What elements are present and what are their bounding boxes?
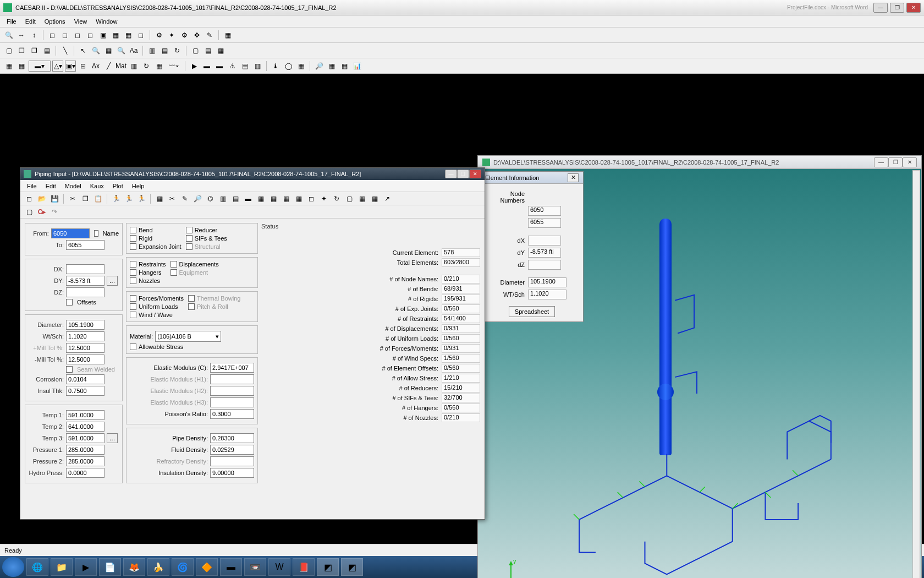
t8-icon[interactable]: ▦ xyxy=(268,193,279,204)
input-menu-model[interactable]: Model xyxy=(61,182,86,190)
anchor-select[interactable]: △▾ xyxy=(52,61,63,72)
gear-icon[interactable]: ⚙ xyxy=(153,30,164,41)
taskbar-pdf-icon[interactable]: 📕 xyxy=(293,558,315,576)
diag2-icon[interactable]: ╱ xyxy=(103,61,114,72)
new-file-icon[interactable]: ◻ xyxy=(24,193,35,204)
input-menu-kaux[interactable]: Kaux xyxy=(86,182,108,190)
cube-icon[interactable]: ▢ xyxy=(190,45,201,56)
nav-icon[interactable]: ▦ xyxy=(215,45,226,56)
pipeDensity-input[interactable] xyxy=(210,433,254,443)
minimize-button[interactable]: — xyxy=(873,3,888,13)
line-width-select[interactable]: ▬▾ xyxy=(29,61,51,72)
input-titlebar[interactable]: Piping Input - [D:\VALDEL\STRESSANALYSIS… xyxy=(20,168,485,180)
grid2-icon[interactable]: ▦ xyxy=(3,61,14,72)
run3-icon[interactable]: 🏃 xyxy=(136,193,147,204)
copy3-icon[interactable]: ❐ xyxy=(80,193,91,204)
warn-icon[interactable]: ⚠ xyxy=(227,61,238,72)
taskbar-media-icon[interactable]: ▶ xyxy=(75,558,97,576)
chart-icon[interactable]: 📊 xyxy=(351,61,362,72)
chk-pitchRoll[interactable] xyxy=(188,303,195,310)
diameter-input[interactable] xyxy=(66,320,105,330)
t17-icon[interactable]: ↗ xyxy=(382,193,393,204)
taskbar-ie-icon[interactable]: 🌐 xyxy=(26,558,48,576)
hydro-input[interactable] xyxy=(66,468,105,478)
pan-icon[interactable]: ↔ xyxy=(16,30,27,41)
view-3d-icon[interactable]: ▣ xyxy=(97,30,108,41)
show-icon[interactable]: ▬ xyxy=(214,61,225,72)
table-icon[interactable]: ▥ xyxy=(128,61,139,72)
chk-displacements[interactable] xyxy=(170,261,177,268)
taskbar-explorer-icon[interactable]: 📁 xyxy=(51,558,73,576)
refresh-icon[interactable]: ↻ xyxy=(172,45,183,56)
view-close-button[interactable]: ✕ xyxy=(903,157,917,167)
refresh2-icon[interactable]: ↻ xyxy=(141,61,152,72)
t14-icon[interactable]: ▢ xyxy=(344,193,355,204)
chk-rigid[interactable] xyxy=(130,235,136,242)
view-grid-icon[interactable]: ▦ xyxy=(123,30,134,41)
chk-allowable[interactable] xyxy=(130,343,136,350)
view-iso-icon[interactable]: ◻ xyxy=(47,30,58,41)
chk-structural[interactable] xyxy=(186,243,193,250)
t10-icon[interactable]: ▦ xyxy=(293,193,304,204)
view-maximize-button[interactable]: ❐ xyxy=(888,157,903,167)
doc-icon[interactable]: ▤ xyxy=(239,61,250,72)
titlebar[interactable]: CAESAR II - D:\VALDEL\STRESSANALYSIS\C20… xyxy=(0,0,924,15)
t3-icon[interactable]: ✎ xyxy=(179,193,190,204)
input-maximize-button[interactable]: ❐ xyxy=(457,170,469,178)
view-minimize-button[interactable]: — xyxy=(874,157,888,167)
wave-select[interactable]: 〰▾ xyxy=(166,61,182,72)
zoom-in-icon[interactable]: 🔍 xyxy=(3,30,14,41)
chk-restraints[interactable] xyxy=(130,261,136,268)
copy2-icon[interactable]: ❐ xyxy=(29,45,40,56)
fluidDensity-input[interactable] xyxy=(210,445,254,455)
chk-equipment[interactable] xyxy=(170,269,177,276)
t15-icon[interactable]: ▦ xyxy=(356,193,367,204)
table3-icon[interactable]: ▦ xyxy=(339,61,350,72)
minusMill-input[interactable] xyxy=(66,355,105,364)
material-select[interactable]: (106)A106 B▾ xyxy=(155,331,221,342)
temp3-input[interactable] xyxy=(66,433,105,443)
view-top-icon[interactable]: ◻ xyxy=(85,30,96,41)
taskbar-app3-icon[interactable]: ▬ xyxy=(220,558,242,576)
layers-icon[interactable]: ▤ xyxy=(41,45,52,56)
in-step-icon[interactable]: ↷ xyxy=(49,206,60,217)
plusMill-input[interactable] xyxy=(66,343,105,353)
tree-icon[interactable]: ⌬ xyxy=(205,193,216,204)
input-menu-edit[interactable]: Edit xyxy=(41,182,61,190)
temp2-input[interactable] xyxy=(66,422,105,432)
paste-icon[interactable]: 📋 xyxy=(92,193,103,204)
taskbar-app1-icon[interactable]: 🌀 xyxy=(172,558,194,576)
view-scrollbar-vertical[interactable] xyxy=(912,170,920,578)
sheet-icon[interactable]: ▤ xyxy=(202,45,213,56)
t4-icon[interactable]: ▥ xyxy=(217,193,228,204)
name-check[interactable] xyxy=(94,230,98,237)
press2-input[interactable] xyxy=(66,456,105,466)
offsets-check[interactable] xyxy=(66,299,73,306)
taskbar-app4-icon[interactable]: 📼 xyxy=(244,558,266,576)
report-icon[interactable]: ▤ xyxy=(159,45,170,56)
chk-wind[interactable] xyxy=(130,312,136,318)
chk-hangers[interactable] xyxy=(130,269,136,276)
copy-icon[interactable]: ❐ xyxy=(16,45,27,56)
maximize-button[interactable]: ❐ xyxy=(890,3,904,13)
cursor-icon[interactable]: ↕ xyxy=(29,30,40,41)
in-c-icon[interactable]: C▸ xyxy=(36,206,47,217)
mat-icon[interactable]: Mat xyxy=(116,61,127,72)
open-file-icon[interactable]: 📂 xyxy=(36,193,47,204)
view-side-icon[interactable]: ◻ xyxy=(72,30,83,41)
chk-nozzles[interactable] xyxy=(130,277,136,284)
t9-icon[interactable]: ▦ xyxy=(280,193,292,204)
close-button[interactable]: ✕ xyxy=(906,3,921,13)
press1-input[interactable] xyxy=(66,445,105,455)
input-menu-help[interactable]: Help xyxy=(128,182,149,190)
t16-icon[interactable]: ▦ xyxy=(369,193,380,204)
edit-icon[interactable]: ✎ xyxy=(204,30,215,41)
calc-icon[interactable]: ▥ xyxy=(146,45,157,56)
move-icon[interactable]: ✥ xyxy=(191,30,202,41)
t12-icon[interactable]: ✦ xyxy=(318,193,329,204)
seamWelded-check[interactable] xyxy=(66,366,73,373)
corrosion-input[interactable] xyxy=(66,374,105,384)
t13-icon[interactable]: ↻ xyxy=(331,193,342,204)
grid-icon[interactable]: ▦ xyxy=(103,45,114,56)
insulThk-input[interactable] xyxy=(66,386,105,396)
